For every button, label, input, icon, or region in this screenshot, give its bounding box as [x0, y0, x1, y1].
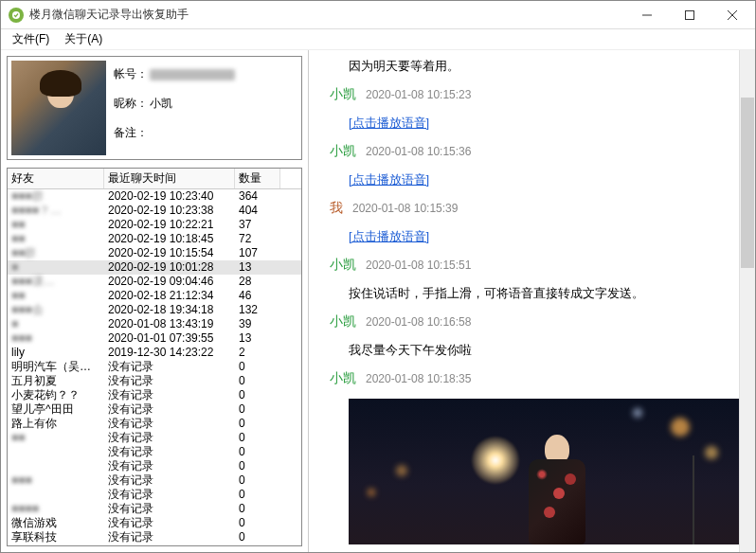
table-row[interactable]: ■■■没有记录0 — [8, 473, 301, 488]
table-row[interactable]: 没有记录0 — [8, 488, 301, 502]
account-value-blurred — [150, 69, 235, 80]
app-icon — [9, 8, 24, 23]
col-header-friend[interactable]: 好友 — [8, 169, 104, 188]
table-row[interactable]: ■■■■没有记录0 — [8, 502, 301, 516]
chat-image[interactable] — [349, 399, 740, 544]
table-row[interactable]: ■■■群2020-02-19 10:23:40364 — [8, 189, 301, 204]
table-row[interactable]: 微信游戏没有记录0 — [8, 516, 301, 530]
cell-time: 2020-01-08 13:43:19 — [104, 317, 235, 331]
chat-scrollbar[interactable] — [739, 50, 755, 552]
sender-name: 小凯 — [330, 257, 356, 274]
cell-time: 2020-02-18 19:34:18 — [104, 303, 235, 317]
cell-count: 37 — [235, 218, 280, 232]
table-row[interactable]: 小麦花钧？？没有记录0 — [8, 388, 301, 402]
profile-account-row: 帐号： — [114, 66, 235, 82]
cell-friend: ■ — [8, 260, 104, 275]
scrollbar-thumb[interactable] — [741, 98, 754, 268]
table-row[interactable]: lily2019-12-30 14:23:222 — [8, 346, 301, 360]
message-header: 小凯2020-01-08 10:16:58 — [330, 313, 740, 330]
minimize-button[interactable] — [625, 2, 668, 28]
cell-count: 0 — [235, 374, 280, 388]
col-header-count[interactable]: 数量 — [235, 169, 280, 188]
close-button[interactable] — [711, 2, 753, 28]
cell-time: 没有记录 — [104, 402, 235, 417]
remark-label: 备注： — [114, 125, 148, 141]
message-image-wrap — [330, 399, 740, 544]
nickname-value: 小凯 — [150, 96, 172, 112]
cell-count: 2 — [235, 346, 280, 360]
message-voice: [点击播放语音] — [330, 171, 740, 188]
cell-count: 0 — [235, 488, 280, 502]
table-row[interactable]: ■2020-02-19 10:01:2813 — [8, 260, 301, 275]
cell-time: 没有记录 — [104, 488, 235, 502]
cell-time: 没有记录 — [104, 502, 235, 516]
table-row[interactable]: 享联科技没有记录0 — [8, 530, 301, 544]
cell-count: 0 — [235, 431, 280, 445]
menu-about[interactable]: 关于(A) — [57, 29, 110, 49]
profile-nickname-row: 昵称： 小凯 — [114, 96, 235, 112]
cell-time: 没有记录 — [104, 516, 235, 530]
nickname-label: 昵称： — [114, 96, 148, 112]
cell-friend: 明明汽车（吴… — [8, 360, 104, 374]
cell-friend: 路上有你 — [8, 417, 104, 431]
table-row[interactable]: ■■没有记录0 — [8, 431, 301, 445]
cell-time: 2020-02-19 10:18:45 — [104, 232, 235, 246]
maximize-button[interactable] — [668, 2, 711, 28]
play-voice-link[interactable]: [点击播放语音] — [349, 172, 429, 187]
sender-name: 小凯 — [330, 86, 356, 103]
grid-body[interactable]: ■■■群2020-02-19 10:23:40364■■■■？…2020-02-… — [8, 189, 301, 545]
grid-header: 好友 最近聊天时间 数量 — [8, 169, 301, 189]
table-row[interactable]: ■■■课…2020-02-19 09:04:4628 — [8, 275, 301, 289]
table-row[interactable]: ■■2020-02-18 21:12:3446 — [8, 289, 301, 303]
cell-time: 没有记录 — [104, 445, 235, 459]
message-header: 小凯2020-01-08 10:15:51 — [330, 257, 740, 274]
cell-time: 没有记录 — [104, 360, 235, 374]
cell-friend: ■■■课… — [8, 275, 104, 289]
account-label: 帐号： — [114, 66, 148, 82]
table-row[interactable]: ■■■2020-01-01 07:39:5513 — [8, 331, 301, 346]
table-row[interactable]: 没有记录0 — [8, 459, 301, 473]
cell-friend: ■■■■ — [8, 502, 104, 516]
profile-remark-row: 备注： — [114, 125, 235, 141]
table-row[interactable]: ■2020-01-08 13:43:1939 — [8, 317, 301, 331]
cell-time: 没有记录 — [104, 431, 235, 445]
play-voice-link[interactable]: [点击播放语音] — [349, 229, 429, 243]
friends-grid: 好友 最近聊天时间 数量 ■■■群2020-02-19 10:23:40364■… — [7, 168, 302, 546]
table-row[interactable]: 没有记录0 — [8, 445, 301, 459]
table-row[interactable]: ■■■■？…2020-02-19 10:23:38404 — [8, 204, 301, 218]
timestamp: 2020-01-08 10:15:39 — [352, 202, 458, 215]
cell-count: 132 — [235, 303, 280, 317]
cell-time: 没有记录 — [104, 388, 235, 402]
table-row[interactable]: 路上有你没有记录0 — [8, 417, 301, 431]
timestamp: 2020-01-08 10:16:58 — [366, 315, 471, 329]
table-row[interactable]: ■■2020-02-19 10:18:4572 — [8, 232, 301, 246]
col-header-time[interactable]: 最近聊天时间 — [104, 169, 235, 188]
message-text: 我尽量今天下午发你啦 — [330, 342, 740, 359]
cell-count: 0 — [235, 388, 280, 402]
window-title: 楼月微信聊天记录导出恢复助手 — [29, 7, 625, 23]
cell-friend: 小麦花钧？？ — [8, 388, 104, 402]
table-row[interactable]: ■■■会2020-02-18 19:34:18132 — [8, 303, 301, 317]
play-voice-link[interactable]: [点击播放语音] — [349, 116, 429, 130]
timestamp: 2020-01-08 10:15:51 — [366, 259, 471, 272]
sender-name: 小凯 — [330, 370, 356, 387]
cell-time: 2020-01-01 07:39:55 — [104, 331, 235, 346]
cell-time: 2020-02-19 10:23:38 — [104, 204, 235, 218]
message-header: 小凯2020-01-08 10:15:36 — [330, 143, 740, 160]
cell-time: 2020-02-19 09:04:46 — [104, 275, 235, 289]
cell-count: 0 — [235, 445, 280, 459]
table-row[interactable]: ■■群2020-02-19 10:15:54107 — [8, 246, 301, 260]
table-row[interactable]: 五月初夏没有记录0 — [8, 374, 301, 388]
table-row[interactable]: 望儿亭^田田没有记录0 — [8, 402, 301, 417]
menubar: 文件(F) 关于(A) — [1, 29, 755, 50]
message-header: 小凯2020-01-08 10:15:23 — [330, 86, 740, 103]
table-row[interactable]: 明明汽车（吴…没有记录0 — [8, 360, 301, 374]
cell-friend: ■■ — [8, 232, 104, 246]
cell-friend — [8, 445, 104, 459]
table-row[interactable]: ■■2020-02-19 10:22:2137 — [8, 218, 301, 232]
cell-friend: ■■群 — [8, 246, 104, 260]
sender-name: 我 — [330, 200, 343, 217]
cell-count: 0 — [235, 473, 280, 488]
menu-file[interactable]: 文件(F) — [5, 29, 57, 49]
cell-count: 13 — [235, 331, 280, 346]
